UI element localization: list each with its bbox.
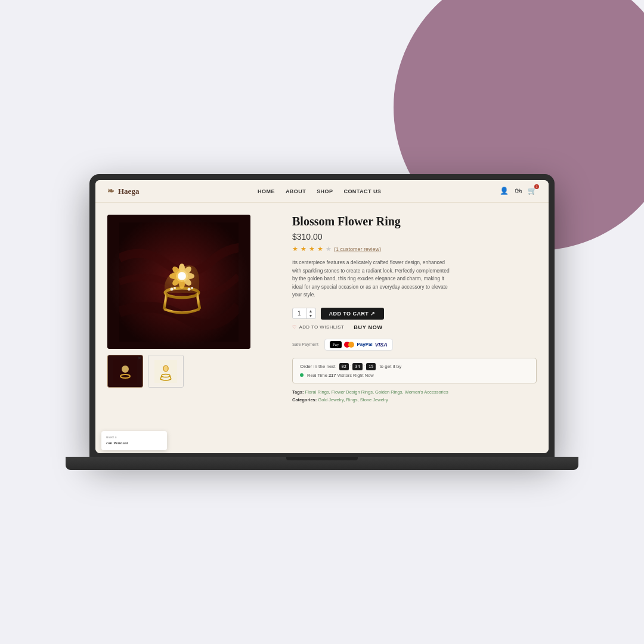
thumbnail-row: ✕ — [107, 355, 286, 388]
product-page: ✕ — [95, 203, 549, 453]
payment-icons: Pay PayPal VISA — [324, 339, 393, 351]
svg-point-18 — [122, 366, 129, 373]
thumbnail-1[interactable]: ✕ — [107, 355, 143, 388]
add-to-cart-row: 1 ▲ ▼ ADD TO CART ↗ — [292, 308, 537, 320]
safe-payment-label: Safe Payment — [292, 342, 318, 346]
nav-links: HOME ABOUT SHOP CONTACT US — [258, 188, 381, 194]
card-line1: used a — [106, 435, 162, 441]
thumbnail-2[interactable] — [148, 355, 184, 388]
star-5: ★ — [326, 245, 332, 253]
product-details: Blossom Flower Ring $310.00 ★ ★ ★ ★ ★ (1… — [286, 215, 537, 441]
order-info-box: Order in the next 02 : 34 : 15 to get it… — [292, 358, 537, 383]
meta-info: Tags: Floral Rings, Flower Design Rings,… — [292, 388, 537, 404]
visitors-label: Visitors Right Now — [338, 373, 374, 378]
star-1: ★ — [292, 245, 298, 253]
categories-row: Categories: Gold Jewelry, Rings, Stone J… — [292, 396, 537, 404]
timer-seconds: 15 — [366, 363, 376, 370]
timer-minutes: 34 — [352, 363, 362, 370]
svg-point-14 — [174, 287, 176, 289]
laptop-wrapper: ❧ Haega HOME ABOUT SHOP CONTACT US 👤 🛍 🛒… — [66, 174, 578, 470]
thumb-light-bg — [148, 355, 183, 387]
svg-point-12 — [178, 272, 186, 280]
tags-label: Tags: — [292, 389, 304, 395]
heart-icon: ♡ — [292, 324, 296, 330]
timer-hours: 02 — [339, 363, 349, 370]
nav-home[interactable]: HOME — [258, 188, 275, 194]
product-images: ✕ — [107, 215, 286, 441]
quantity-value: 1 — [293, 308, 306, 318]
cart-badge: 1 — [534, 184, 539, 189]
realtime-row: Real Time 217 Visitors Right Now — [300, 373, 529, 378]
visa-icon: VISA — [375, 342, 388, 348]
realtime-dot — [300, 373, 304, 377]
bag-icon[interactable]: 🛍 — [515, 187, 522, 196]
card-line2: con Pendant — [106, 441, 162, 447]
order-text-before: Order in the next — [300, 364, 336, 369]
product-ring-svg — [119, 222, 239, 342]
review-count[interactable]: (1 customer review) — [334, 246, 381, 252]
star-4: ★ — [317, 245, 323, 253]
star-2: ★ — [301, 245, 306, 253]
thumb-close[interactable]: ✕ — [138, 356, 141, 361]
laptop-screen: ❧ Haega HOME ABOUT SHOP CONTACT US 👤 🛍 🛒… — [89, 174, 555, 457]
product-description: Its centerpiece features a delicately cr… — [292, 259, 453, 299]
wishlist-button[interactable]: ♡ ADD TO WISHLIST — [292, 324, 344, 330]
cart-icon[interactable]: 🛒 1 — [528, 187, 537, 196]
actions-row: ♡ ADD TO WISHLIST BUY NOW — [292, 324, 537, 330]
screen-inner: ❧ Haega HOME ABOUT SHOP CONTACT US 👤 🛍 🛒… — [95, 180, 549, 453]
buy-now-button[interactable]: BUY NOW — [354, 324, 382, 330]
rating-row: ★ ★ ★ ★ ★ (1 customer review) — [292, 245, 537, 253]
apple-pay-icon: Pay — [330, 341, 342, 348]
order-text-after: to get it by — [379, 364, 401, 369]
star-3: ★ — [309, 245, 315, 253]
product-title: Blossom Flower Ring — [292, 215, 537, 228]
logo-icon: ❧ — [107, 186, 114, 196]
svg-point-15 — [188, 287, 191, 290]
qty-up[interactable]: ▲ — [309, 309, 313, 314]
logo-text: Haega — [118, 187, 139, 196]
mastercard-icon — [344, 342, 354, 348]
quantity-arrows: ▲ ▼ — [306, 309, 315, 319]
nav-icon-group: 👤 🛍 🛒 1 — [500, 187, 537, 196]
paypal-icon: PayPal — [357, 342, 372, 347]
svg-point-13 — [171, 287, 174, 290]
categories-values[interactable]: Gold Jewelry, Rings, Stone Jewelry — [318, 397, 388, 402]
recently-viewed-card: used a con Pendant — [101, 431, 167, 450]
countdown-timer: 02 : 34 : 15 — [339, 363, 376, 370]
nav-contact[interactable]: CONTACT US — [343, 188, 381, 194]
user-icon[interactable]: 👤 — [500, 187, 509, 196]
tags-row: Tags: Floral Rings, Flower Design Rings,… — [292, 388, 537, 397]
realtime-label: Real Time — [307, 373, 327, 378]
payment-row: Safe Payment Pay PayPal VISA — [292, 339, 537, 351]
svg-point-16 — [191, 287, 193, 289]
qty-down[interactable]: ▼ — [309, 314, 313, 318]
nav-shop[interactable]: SHOP — [317, 188, 333, 194]
nav-about[interactable]: ABOUT — [286, 188, 306, 194]
wishlist-label: ADD TO WISHLIST — [299, 324, 344, 330]
categories-label: Categories: — [292, 397, 317, 402]
quantity-input[interactable]: 1 ▲ ▼ — [292, 308, 316, 319]
navigation: ❧ Haega HOME ABOUT SHOP CONTACT US 👤 🛍 🛒… — [95, 180, 549, 203]
main-product-image[interactable] — [107, 215, 250, 349]
tags-values[interactable]: Floral Rings, Flower Design Rings, Golde… — [305, 389, 448, 395]
ring-visual — [107, 215, 250, 349]
order-timer-row: Order in the next 02 : 34 : 15 to get it… — [300, 363, 529, 370]
visitors-count: 217 — [329, 373, 336, 378]
product-price: $310.00 — [292, 232, 537, 242]
laptop-base — [66, 457, 578, 470]
add-to-cart-button[interactable]: ADD TO CART ↗ — [321, 308, 384, 320]
logo[interactable]: ❧ Haega — [107, 186, 139, 196]
